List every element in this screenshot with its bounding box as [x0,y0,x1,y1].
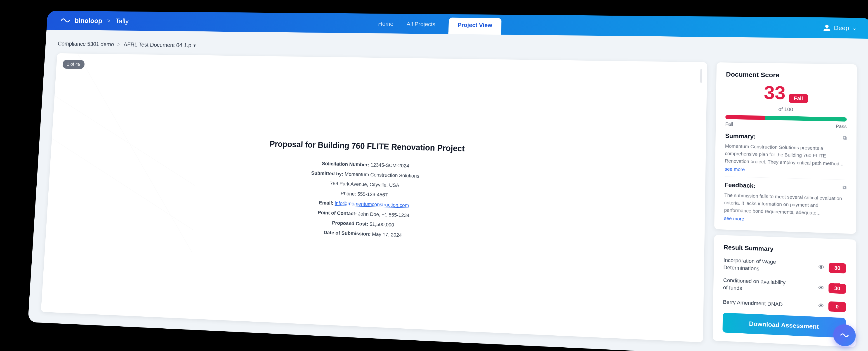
score-card: Document Score 33 Fail of 100 Fail Pass [714,62,857,234]
meta-phone: Phone: 555-123-4567 [340,191,388,197]
score-outof: of 100 [725,105,847,114]
user-name: Deep [834,24,849,31]
summary-section: Summary: ⧉ Momentum Construction Solutio… [725,132,847,175]
breadcrumb-document[interactable]: AFRL Test Document 04 1.p ▾ [123,41,196,49]
score-pill-1: 30 [829,283,846,294]
meta-poc-label: Point of Contact: [318,210,357,216]
result-actions-1: 👁 30 [818,283,846,294]
user-chevron: ⌄ [852,25,857,31]
result-actions-2: 👁 0 [818,301,846,312]
summary-see-more[interactable]: see more [725,166,745,172]
right-panel: Document Score 33 Fail of 100 Fail Pass [713,62,857,347]
doc-scroll-indicator[interactable] [700,69,702,83]
meta-submitted-label: Submitted by: [311,170,343,177]
nav-separator: > [107,18,111,24]
eye-icon-2[interactable]: 👁 [818,302,825,310]
bar-fail-label: Fail [725,121,733,127]
nav-home[interactable]: Home [378,20,394,33]
result-row-2: Berry Amendment DNAD 👁 0 [723,297,846,312]
breadcrumb-doc-label: AFRL Test Document 04 1.p [123,41,191,49]
content-row: 1 of 49 Proposal for Building 760 FLITE … [41,53,857,349]
meta-cost-label: Proposed Cost: [332,220,368,227]
feedback-label: Feedback: ⧉ [724,181,846,192]
user-icon [823,24,831,32]
nav-user: Deep ⌄ [823,24,857,32]
meta-date-value: May 17, 2024 [372,231,402,238]
feedback-copy-icon[interactable]: ⧉ [842,185,846,191]
feedback-section: Feedback: ⧉ The submission fails to meet… [724,181,846,225]
fab-icon [839,329,850,341]
doc-content: Proposal for Building 760 FLITE Renovati… [45,53,707,265]
result-row-1: Conditioned on availability of funds 👁 3… [723,277,846,296]
meta-submitted-value: Momentum Construction Solutions [344,171,419,179]
document-viewer: 1 of 49 Proposal for Building 760 FLITE … [41,53,707,342]
doc-title: Proposal for Building 760 FLITE Renovati… [270,139,465,153]
result-label-1: Conditioned on availability of funds [723,277,792,294]
meta-email-label: Email: [319,200,334,206]
page-badge: 1 of 49 [62,60,85,69]
nav-tally: Tally [115,17,129,25]
meta-date-label: Date of Submission: [323,229,371,236]
download-button[interactable]: Download Assessment [722,313,846,338]
doc-meta: Solicitation Number: 12345-SCM-2024 Subm… [308,158,420,241]
result-title: Result Summary [723,244,846,255]
meta-email-value[interactable]: info@momentumconstruction.com [335,200,409,208]
meta-solicitation-value: 12345-SCM-2024 [370,162,409,168]
result-actions-0: 👁 30 [818,262,846,273]
feedback-text: The submission fails to meet several cri… [724,191,846,217]
meta-address: 789 Park Avenue, Cityville, USA [330,180,399,188]
summary-text: Momentum Construction Solutions presents… [725,142,846,167]
breadcrumb-project: Compliance 5301 demo [58,40,114,47]
score-badge: Fail [789,94,808,103]
result-label-0: Incorporation of Wage Determinations [723,257,792,274]
meta-solicitation-label: Solicitation Number: [322,161,369,167]
score-value: 33 Fail [725,83,847,103]
meta-poc-value: John Doe, +1 555-1234 [358,211,410,218]
score-pill-2: 0 [829,301,846,312]
chevron-down-icon: ▾ [193,42,196,48]
score-bar-fail [725,115,765,120]
eye-icon-1[interactable]: 👁 [818,284,825,292]
logo-icon [59,16,72,25]
score-title: Document Score [726,71,847,80]
score-pill-0: 30 [829,263,846,273]
score-number: 33 [764,82,785,103]
score-bar [725,115,847,121]
main-content: Compliance 5301 demo > AFRL Test Documen… [28,30,868,351]
eye-icon-0[interactable]: 👁 [818,263,825,271]
nav-all-projects[interactable]: All Projects [406,21,435,34]
score-bar-labels: Fail Pass [725,121,847,129]
nav-links: Home All Projects Project View [378,13,502,35]
feedback-see-more[interactable]: see more [724,216,744,222]
result-label-2: Berry Amendment DNAD [723,298,792,309]
nav-logo: binoloop > Tally [59,16,129,25]
result-row-0: Incorporation of Wage Determinations 👁 3… [723,257,846,276]
summary-copy-icon[interactable]: ⧉ [843,135,847,141]
summary-label: Summary: ⧉ [725,132,847,142]
meta-cost-value: $1,500,000 [369,221,394,228]
summary-divider [725,176,846,180]
breadcrumb: Compliance 5301 demo > AFRL Test Documen… [58,40,857,57]
breadcrumb-separator: > [117,41,121,47]
screen-wrapper: binoloop > Tally Home All Projects Proje… [28,11,868,351]
score-bar-pass [765,116,847,121]
brand-name: binoloop [74,17,102,25]
bar-pass-label: Pass [836,124,846,129]
nav-project-view[interactable]: Project View [448,18,502,35]
